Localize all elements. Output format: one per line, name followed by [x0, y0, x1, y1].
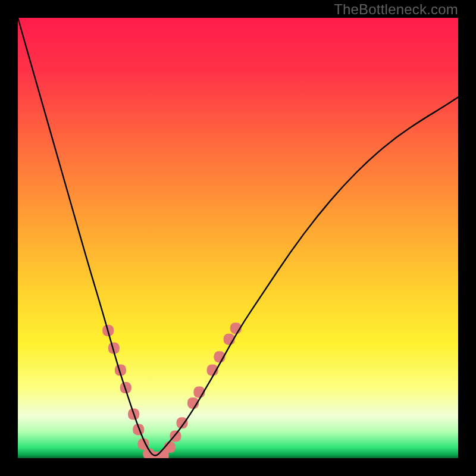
chart-frame: TheBottleneck.com [0, 0, 476, 476]
curve-marker [164, 441, 176, 453]
watermark-text: TheBottleneck.com [334, 1, 458, 18]
plot-area [18, 18, 458, 458]
curve-layer [18, 18, 458, 458]
bottleneck-curve [18, 18, 458, 456]
